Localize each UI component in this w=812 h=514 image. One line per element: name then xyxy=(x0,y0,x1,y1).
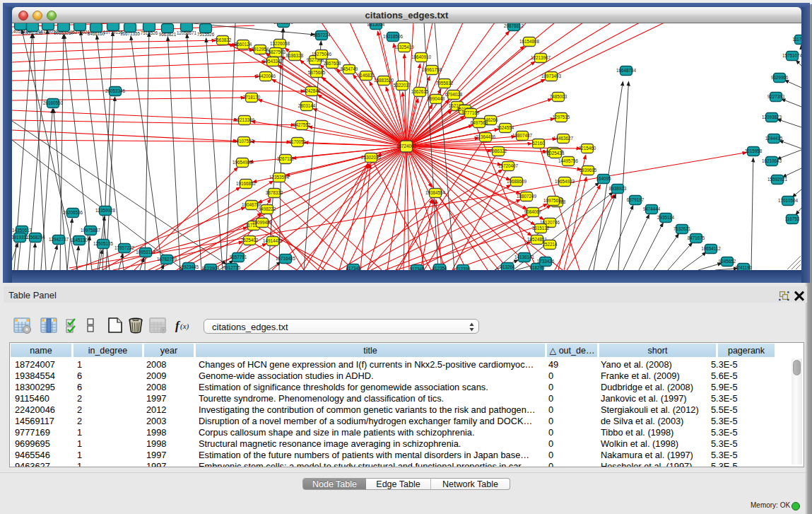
svg-text:17010504: 17010504 xyxy=(778,198,799,203)
svg-text:16961758: 16961758 xyxy=(422,67,442,72)
svg-text:15592921: 15592921 xyxy=(767,177,788,182)
svg-text:7663822: 7663822 xyxy=(214,37,232,42)
svg-text:3267110: 3267110 xyxy=(277,156,295,161)
svg-text:10975692: 10975692 xyxy=(543,198,564,203)
svg-text:1362615: 1362615 xyxy=(411,89,429,94)
svg-text:19654923: 19654923 xyxy=(555,179,575,184)
svg-text:18640910: 18640910 xyxy=(411,54,432,59)
svg-text:7515526: 7515526 xyxy=(141,30,158,35)
svg-text:8186328: 8186328 xyxy=(286,53,304,58)
svg-text:3857224: 3857224 xyxy=(313,33,331,37)
svg-text:10807487: 10807487 xyxy=(512,133,533,138)
svg-text:18807249: 18807249 xyxy=(517,194,537,199)
svg-text:1733426: 1733426 xyxy=(537,259,555,264)
svg-text:11568294: 11568294 xyxy=(25,235,45,240)
svg-text:(x): (x) xyxy=(180,322,189,331)
svg-text:14495756: 14495756 xyxy=(558,158,579,163)
svg-text:19166852: 19166852 xyxy=(236,181,257,186)
svg-text:9498222: 9498222 xyxy=(259,206,276,211)
svg-text:9427552: 9427552 xyxy=(293,122,311,127)
svg-text:913264: 913264 xyxy=(500,264,515,269)
svg-text:13226058: 13226058 xyxy=(270,41,290,46)
svg-text:7955812: 7955812 xyxy=(436,81,454,86)
svg-text:12353594: 12353594 xyxy=(269,175,290,180)
svg-text:6794028: 6794028 xyxy=(445,92,463,97)
svg-text:3624554: 3624554 xyxy=(497,125,514,130)
svg-text:10654112: 10654112 xyxy=(701,246,721,251)
svg-text:20206536: 20206536 xyxy=(63,210,83,215)
svg-text:16648784: 16648784 xyxy=(616,68,637,73)
svg-text:2803144: 2803144 xyxy=(298,103,316,108)
svg-text:1297515: 1297515 xyxy=(553,115,570,119)
svg-text:10958117: 10958117 xyxy=(136,250,155,255)
svg-text:8938923: 8938923 xyxy=(609,186,627,191)
svg-text:9227393: 9227393 xyxy=(767,94,785,99)
svg-text:2935114: 2935114 xyxy=(657,215,675,220)
svg-text:5322037: 5322037 xyxy=(394,83,411,88)
svg-text:9329966: 9329966 xyxy=(771,75,789,80)
svg-text:14463627: 14463627 xyxy=(553,136,574,141)
svg-text:7625402: 7625402 xyxy=(241,238,259,243)
svg-text:12505135: 12505135 xyxy=(93,241,114,246)
svg-text:15827503: 15827503 xyxy=(266,49,286,54)
svg-text:9912735: 9912735 xyxy=(223,265,241,270)
svg-text:7485003: 7485003 xyxy=(550,94,567,99)
svg-text:7986322: 7986322 xyxy=(490,148,507,153)
svg-text:11325419: 11325419 xyxy=(394,45,414,49)
svg-text:10543342: 10543342 xyxy=(263,59,283,64)
svg-text:14136141: 14136141 xyxy=(514,255,535,259)
svg-text:2718170: 2718170 xyxy=(243,95,261,100)
svg-text:10973493: 10973493 xyxy=(541,74,562,78)
svg-text:26160550: 26160550 xyxy=(43,100,64,105)
svg-text:15716485: 15716485 xyxy=(276,256,296,261)
svg-text:19384554: 19384554 xyxy=(425,190,446,195)
svg-text:9245652: 9245652 xyxy=(719,259,736,264)
svg-text:16782759: 16782759 xyxy=(157,257,177,262)
svg-text:6379197: 6379197 xyxy=(627,197,645,202)
svg-text:1025433: 1025433 xyxy=(547,151,565,156)
svg-text:3878332: 3878332 xyxy=(266,190,283,195)
svg-text:19654985: 19654985 xyxy=(233,160,253,165)
svg-text:18724007: 18724007 xyxy=(396,144,417,148)
svg-text:21364436: 21364436 xyxy=(476,134,496,139)
svg-text:15883520: 15883520 xyxy=(374,78,394,83)
svg-text:1244415: 1244415 xyxy=(765,136,783,141)
svg-text:252214: 252214 xyxy=(542,242,558,247)
svg-text:12213369: 12213369 xyxy=(235,117,255,122)
svg-text:9657791: 9657791 xyxy=(230,255,247,259)
svg-text:8660124: 8660124 xyxy=(235,42,252,47)
svg-text:1117503: 1117503 xyxy=(792,37,801,42)
svg-text:3215958: 3215958 xyxy=(745,148,763,153)
svg-text:12923445: 12923445 xyxy=(179,264,199,269)
svg-text:9777169: 9777169 xyxy=(462,110,480,115)
svg-text:116753: 116753 xyxy=(785,216,800,221)
svg-text:14914479: 14914479 xyxy=(263,238,283,243)
svg-text:12359928: 12359928 xyxy=(95,208,116,213)
svg-text:24420046: 24420046 xyxy=(256,74,276,78)
svg-text:15751074: 15751074 xyxy=(782,53,801,58)
svg-text:10107553: 10107553 xyxy=(234,139,254,144)
svg-text:17857222: 17857222 xyxy=(114,245,135,250)
svg-text:14099489: 14099489 xyxy=(252,220,273,225)
svg-text:16210643: 16210643 xyxy=(762,158,782,163)
svg-text:12093823: 12093823 xyxy=(762,115,782,119)
svg-text:1145130: 1145130 xyxy=(71,238,88,243)
svg-text:7632621: 7632621 xyxy=(673,226,691,231)
svg-text:8471675: 8471675 xyxy=(688,235,705,240)
svg-text:3241190: 3241190 xyxy=(735,265,753,270)
svg-text:6939695: 6939695 xyxy=(579,168,597,173)
svg-text:5875685: 5875685 xyxy=(308,70,326,75)
svg-text:12058671: 12058671 xyxy=(177,30,197,35)
svg-text:20876812: 20876812 xyxy=(504,23,524,28)
svg-text:164095: 164095 xyxy=(596,176,611,181)
svg-text:12213967: 12213967 xyxy=(531,55,551,60)
svg-text:16671355: 16671355 xyxy=(120,31,141,36)
svg-text:12942737: 12942737 xyxy=(49,237,69,242)
svg-text:15275046: 15275046 xyxy=(312,52,332,57)
svg-text:9146821: 9146821 xyxy=(358,73,375,78)
svg-text:9084067: 9084067 xyxy=(524,209,542,214)
svg-text:2867608: 2867608 xyxy=(324,61,341,66)
svg-text:20053346: 20053346 xyxy=(105,88,126,93)
svg-text:8990448: 8990448 xyxy=(428,96,445,101)
svg-text:9215460: 9215460 xyxy=(579,146,596,151)
